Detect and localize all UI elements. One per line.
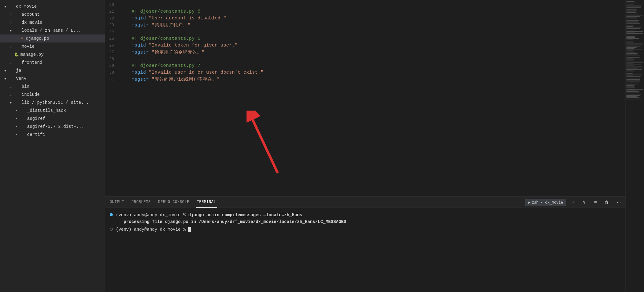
- sidebar-item-dx_movie_sub[interactable]: ›dx_movie: [0, 18, 105, 26]
- line-content: msgid "User account is disabled.": [120, 16, 619, 21]
- folder-icon: [15, 60, 20, 65]
- line-number: 29: [105, 63, 120, 68]
- minimap-line: [626, 27, 642, 28]
- folder-icon: [20, 124, 26, 129]
- file-icon-po: ≡: [19, 36, 25, 41]
- sidebar-item-include[interactable]: ›include: [0, 91, 105, 99]
- line-number: 21: [105, 9, 120, 14]
- chevron-right-icon: ›: [14, 116, 19, 121]
- sidebar-item-lib_python[interactable]: ▾lib / python3.11 / site...: [0, 99, 105, 107]
- minimap-line: [626, 37, 635, 38]
- minimap-line: [626, 30, 636, 30]
- code-line-23: 23 msgstr "禁用用户帐户。": [105, 22, 626, 28]
- line-number: 27: [105, 50, 120, 55]
- chevron-right-icon: ›: [14, 132, 19, 137]
- folder-icon: [15, 20, 20, 25]
- line-number: 28: [105, 57, 120, 61]
- chevron-down-icon: ▾: [8, 28, 14, 33]
- minimap-line: [626, 36, 635, 37]
- code-line-21: 21 #: djoser/constants.py:5: [105, 8, 626, 15]
- minimap-line: [626, 87, 635, 88]
- minimap-line: [626, 63, 633, 64]
- terminal-dot: [110, 228, 113, 231]
- minimap-line: [626, 96, 637, 97]
- more-options-button[interactable]: ···: [613, 199, 622, 206]
- sidebar-item-label: _distutils_hack: [27, 108, 66, 113]
- folder-icon: [20, 108, 26, 113]
- shell-selector[interactable]: ▶ zsh - dx_movie: [525, 199, 566, 206]
- minimap-line: [626, 86, 635, 87]
- minimap-line: [626, 6, 641, 7]
- minimap-line: [626, 92, 640, 93]
- code-line-24: 24: [105, 28, 626, 35]
- folder-icon: [9, 68, 15, 73]
- minimap-line: [626, 18, 637, 19]
- minimap-line: [626, 44, 643, 45]
- tab-output[interactable]: OUTPUT: [108, 197, 125, 208]
- minimap-line: [626, 5, 642, 6]
- trash-button[interactable]: 🗑: [602, 199, 611, 206]
- sidebar-item-manage_py[interactable]: 🐍manage.py: [0, 51, 105, 59]
- minimap-line: [626, 21, 638, 22]
- minimap-line: [626, 22, 638, 23]
- add-terminal-button[interactable]: +: [569, 199, 577, 206]
- minimap-line: [626, 81, 640, 82]
- minimap-line: [626, 85, 634, 86]
- sidebar-item-asgiref_dist[interactable]: ›asgiref-3.7.2.dist-...: [0, 123, 105, 131]
- line-content: [120, 29, 619, 34]
- tab-debug_console[interactable]: DEBUG CONSOLE: [157, 197, 190, 208]
- minimap-line: [626, 2, 637, 3]
- minimap-line: [626, 12, 636, 13]
- sidebar-item-dx_movie_root[interactable]: ▾dx_movie: [0, 2, 105, 10]
- minimap-line: [626, 54, 637, 55]
- minimap-line: [626, 59, 635, 60]
- minimap-line: [626, 74, 642, 75]
- line-content: [120, 2, 619, 7]
- minimap: [626, 0, 644, 292]
- minimap-line: [626, 60, 634, 61]
- sidebar-item-ja[interactable]: ▾ja: [0, 67, 105, 75]
- sidebar-item-label: account: [22, 12, 40, 17]
- sidebar-item-label: dx_movie: [22, 20, 42, 25]
- minimap-line: [626, 11, 636, 12]
- sidebar-item-django_po[interactable]: ≡django.po: [0, 34, 105, 43]
- sidebar-item-venv[interactable]: ▾venv: [0, 75, 105, 83]
- sidebar-item-frontend[interactable]: ›frontend: [0, 59, 105, 67]
- file-icon-py: 🐍: [14, 52, 19, 57]
- line-content: #: djoser/constants.py:5: [120, 9, 619, 14]
- minimap-line: [626, 89, 643, 90]
- sidebar-item-asgiref[interactable]: ›asgiref: [0, 115, 105, 123]
- code-line-28: 28: [105, 55, 626, 62]
- chevron-right-icon: ›: [8, 60, 14, 65]
- sidebar-item-distutils_hack[interactable]: ›_distutils_hack: [0, 107, 105, 115]
- chevron-right-icon: ›: [8, 12, 14, 17]
- terminal-panel: OUTPUTPROBLEMSDEBUG CONSOLETERMINAL ▶ zs…: [105, 197, 626, 292]
- folder-icon: [20, 132, 26, 137]
- tab-problems[interactable]: PROBLEMS: [130, 197, 152, 208]
- split-terminal-button[interactable]: ⊞: [591, 199, 600, 206]
- sidebar-item-movie[interactable]: ›movie: [0, 43, 105, 51]
- sidebar-item-locale_zh_hans[interactable]: ▾locale / zh_Hans / L...: [0, 26, 105, 34]
- sidebar-item-account[interactable]: ›account: [0, 10, 105, 18]
- line-content: msgstr "无效的用户id或用户不存在。": [120, 76, 619, 82]
- sidebar-item-bin[interactable]: ›bin: [0, 83, 105, 91]
- minimap-line: [626, 34, 638, 35]
- folder-icon: [15, 12, 20, 17]
- minimap-line: [626, 17, 637, 18]
- tab-terminal[interactable]: TERMINAL: [196, 197, 217, 208]
- chevron-down-icon[interactable]: ∨: [580, 199, 589, 206]
- minimap-line: [626, 62, 643, 63]
- sidebar-item-label: django.po: [26, 36, 49, 41]
- minimap-line: [626, 16, 640, 17]
- folder-icon: [20, 116, 26, 121]
- folder-icon: [9, 4, 15, 9]
- minimap-line: [626, 46, 641, 47]
- minimap-line: [626, 67, 642, 67]
- minimap-line: [626, 75, 633, 76]
- line-content: [120, 56, 619, 62]
- minimap-line: [626, 97, 639, 98]
- minimap-line: [626, 48, 634, 49]
- code-line-27: 27 msgstr "给定用户的令牌无效。": [105, 49, 626, 55]
- minimap-line: [626, 79, 640, 80]
- sidebar-item-certifi[interactable]: ›certifi: [0, 131, 105, 139]
